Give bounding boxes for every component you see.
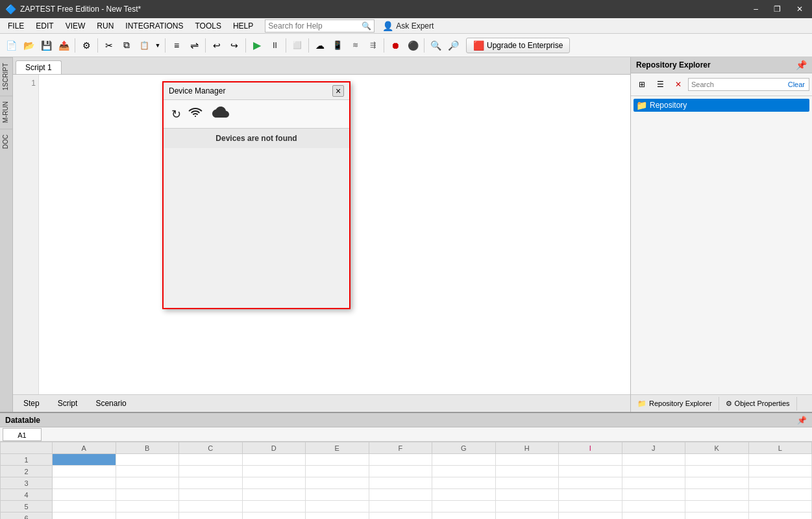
dt-cell-I2[interactable] xyxy=(559,466,622,477)
script-tab[interactable]: Script 1 xyxy=(16,60,62,74)
menu-integrations[interactable]: INTEGRATIONS xyxy=(120,18,188,33)
properties-button[interactable]: ⚙ xyxy=(78,37,95,54)
dt-cell-K6[interactable] xyxy=(685,513,749,520)
dt-cell-L1[interactable] xyxy=(748,454,812,466)
dt-cell-C4[interactable] xyxy=(179,489,243,501)
dt-cell-H1[interactable] xyxy=(495,454,559,466)
dt-cell-G4[interactable] xyxy=(432,489,496,501)
export-button[interactable]: 📤 xyxy=(55,37,72,54)
menu-tools[interactable]: TOOLS xyxy=(190,18,226,33)
repo-close-button[interactable]: ✕ xyxy=(670,76,687,93)
flow-button2[interactable]: ⇶ xyxy=(364,37,381,54)
cloud-upload-icon[interactable] xyxy=(210,105,230,123)
dt-cell-B3[interactable] xyxy=(116,477,179,489)
dt-cell-G3[interactable] xyxy=(432,477,496,489)
dt-cell-K1[interactable] xyxy=(685,454,749,466)
dt-cell-H2[interactable] xyxy=(495,466,559,477)
dt-col-F[interactable]: F xyxy=(369,442,432,454)
dt-cell-C5[interactable] xyxy=(179,501,243,513)
dt-cell-H4[interactable] xyxy=(495,489,559,501)
dt-col-B[interactable]: B xyxy=(116,442,179,454)
dt-cell-G5[interactable] xyxy=(432,501,496,513)
dt-cell-D1[interactable] xyxy=(242,454,306,466)
dt-col-J[interactable]: J xyxy=(622,442,685,454)
dt-cell-E5[interactable] xyxy=(306,501,369,513)
dt-cell-B5[interactable] xyxy=(116,501,179,513)
cloud-button[interactable]: ☁ xyxy=(312,37,328,54)
record-button[interactable]: ⚫ xyxy=(404,37,421,54)
dt-cell-K5[interactable] xyxy=(685,501,749,513)
sidebar-label-doc[interactable]: DOC xyxy=(0,129,12,154)
pin-icon[interactable]: 📌 xyxy=(796,60,807,70)
dt-cell-J3[interactable] xyxy=(622,477,685,489)
dt-cell-F3[interactable] xyxy=(369,477,432,489)
menu-view[interactable]: VIEW xyxy=(60,18,91,33)
dt-cell-D3[interactable] xyxy=(242,477,306,489)
menu-edit[interactable]: EDIT xyxy=(31,18,58,33)
dt-col-A[interactable]: A xyxy=(53,442,116,454)
dt-cell-H5[interactable] xyxy=(495,501,559,513)
play-button[interactable]: ▶ xyxy=(249,37,265,54)
dt-cell-J2[interactable] xyxy=(622,466,685,477)
dt-col-H[interactable]: H xyxy=(495,442,559,454)
dt-cell-L6[interactable] xyxy=(748,513,812,520)
dt-cell-D5[interactable] xyxy=(242,501,306,513)
dt-cell-L3[interactable] xyxy=(748,477,812,489)
close-button[interactable]: ✕ xyxy=(793,5,807,14)
editor-body[interactable]: 1 Device Manager × ↻ xyxy=(13,75,630,394)
tab-scenario[interactable]: Scenario xyxy=(89,398,132,409)
dt-cell-C3[interactable] xyxy=(179,477,243,489)
dt-cell-A6[interactable] xyxy=(53,513,116,520)
dt-cell-B1[interactable] xyxy=(116,454,179,466)
dt-cell-F2[interactable] xyxy=(369,466,432,477)
repo-clear-button[interactable]: Clear xyxy=(787,79,806,90)
dt-col-K[interactable]: K xyxy=(685,442,749,454)
dt-cell-A2[interactable] xyxy=(53,466,116,477)
dt-cell-E1[interactable] xyxy=(306,454,369,466)
repo-item-repository[interactable]: 📁 Repository xyxy=(634,99,809,112)
tab-step[interactable]: Step xyxy=(17,398,46,409)
step-button[interactable]: ⬜ xyxy=(289,37,306,54)
dt-col-L[interactable]: L xyxy=(748,442,812,454)
dt-cell-A3[interactable] xyxy=(53,477,116,489)
repo-grid-view-button[interactable]: ⊞ xyxy=(634,76,650,93)
redo-button[interactable]: ↪ xyxy=(226,37,243,54)
dt-cell-K4[interactable] xyxy=(685,489,749,501)
dt-cell-C1[interactable] xyxy=(179,454,243,466)
dt-cell-L5[interactable] xyxy=(748,501,812,513)
dt-col-I[interactable]: I xyxy=(559,442,622,454)
ask-expert-button[interactable]: 👤 Ask Expert xyxy=(382,21,434,31)
pause-button[interactable]: ⏸ xyxy=(266,37,283,54)
wifi-icon[interactable] xyxy=(188,107,203,121)
upgrade-button[interactable]: 🟥 Upgrade to Enterprise xyxy=(466,38,570,53)
zoom-button[interactable]: 🔎 xyxy=(445,37,461,54)
dt-cell-D6[interactable] xyxy=(242,513,306,520)
dt-cell-A1[interactable] xyxy=(53,454,116,466)
dt-cell-C6[interactable] xyxy=(179,513,243,520)
tab-script[interactable]: Script xyxy=(51,398,84,409)
dt-cell-G1[interactable] xyxy=(432,454,496,466)
dt-cell-J1[interactable] xyxy=(622,454,685,466)
dt-cell-H3[interactable] xyxy=(495,477,559,489)
refresh-icon[interactable]: ↻ xyxy=(171,107,181,121)
save-button[interactable]: 💾 xyxy=(38,37,55,54)
find-button[interactable]: 🔍 xyxy=(427,37,444,54)
dt-col-D[interactable]: D xyxy=(242,442,306,454)
align-right-button[interactable]: ⇌ xyxy=(186,37,203,54)
sidebar-label-run[interactable]: M-RUN xyxy=(0,95,12,128)
dt-cell-H6[interactable] xyxy=(495,513,559,520)
paste-dropdown[interactable]: ▼ xyxy=(153,37,162,54)
sidebar-label-script[interactable]: 1SCRIPT xyxy=(0,57,12,95)
dt-cell-A5[interactable] xyxy=(53,501,116,513)
align-left-button[interactable]: ≡ xyxy=(168,37,185,54)
dt-cell-K2[interactable] xyxy=(685,466,749,477)
dt-cell-I4[interactable] xyxy=(559,489,622,501)
menu-run[interactable]: RUN xyxy=(92,18,119,33)
minimize-button[interactable]: – xyxy=(750,5,762,14)
dt-cell-J6[interactable] xyxy=(622,513,685,520)
dt-cell-E2[interactable] xyxy=(306,466,369,477)
dt-cell-B6[interactable] xyxy=(116,513,179,520)
cut-button[interactable]: ✂ xyxy=(101,37,117,54)
datatable-cell-ref[interactable]: A1 xyxy=(3,428,42,441)
dt-cell-E3[interactable] xyxy=(306,477,369,489)
